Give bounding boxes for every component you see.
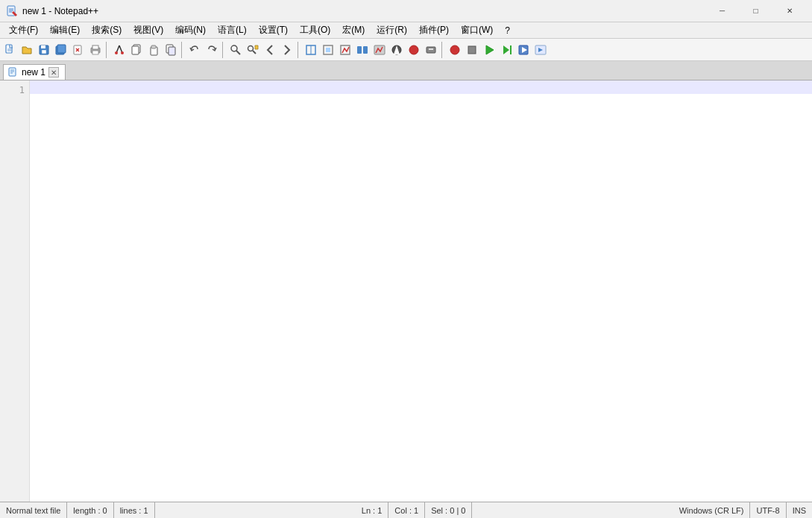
toolbar-btn-find[interactable] xyxy=(227,42,244,58)
svg-point-31 xyxy=(248,45,254,51)
toolbar-btn-tb1[interactable] xyxy=(303,42,319,58)
toolbar-btn-redo[interactable] xyxy=(204,42,220,58)
menu-item-P[interactable]: 插件(P) xyxy=(413,22,455,38)
toolbar-btn-new-doc[interactable] xyxy=(1,42,18,58)
toolbar-btn-open[interactable] xyxy=(19,42,35,58)
svg-rect-5 xyxy=(6,45,12,53)
svg-point-22 xyxy=(121,51,124,54)
toolbar-btn-tb6[interactable] xyxy=(388,42,405,58)
status-length: length : 0 xyxy=(67,502,113,518)
svg-point-21 xyxy=(115,51,118,54)
line-number-1: 1 xyxy=(0,83,25,97)
svg-rect-9 xyxy=(41,45,45,48)
minimize-button[interactable]: ─ xyxy=(705,0,739,22)
toolbar-btn-save-macro[interactable] xyxy=(515,42,532,58)
svg-marker-48 xyxy=(486,45,494,54)
svg-rect-38 xyxy=(357,46,362,54)
toolbar-btn-run[interactable] xyxy=(532,42,549,58)
status-file-type: Normal text file xyxy=(0,502,67,518)
svg-rect-10 xyxy=(42,50,46,54)
svg-rect-47 xyxy=(468,46,476,54)
title-bar: new 1 - Notepad++ ─ □ ✕ xyxy=(0,0,812,22)
menu-item-V[interactable]: 视图(V) xyxy=(128,22,169,38)
status-bar: Normal text file length : 0 lines : 1 Ln… xyxy=(0,502,812,518)
status-eol: Windows (CR LF) xyxy=(673,502,751,518)
status-ins: INS xyxy=(787,502,812,518)
close-button[interactable]: ✕ xyxy=(772,0,806,22)
svg-point-46 xyxy=(450,45,459,54)
window-controls: ─ □ ✕ xyxy=(705,0,806,22)
toolbar-btn-tb7[interactable] xyxy=(406,42,422,58)
tab-new1[interactable]: new 1 ✕ xyxy=(3,64,66,80)
toolbar-btn-tb5[interactable] xyxy=(371,42,388,58)
svg-rect-28 xyxy=(169,47,175,55)
menu-item-R[interactable]: 运行(R) xyxy=(371,22,413,38)
toolbar-btn-stop2[interactable] xyxy=(464,42,480,58)
svg-line-32 xyxy=(253,51,256,54)
toolbar-btn-play-loop[interactable] xyxy=(498,42,514,58)
svg-rect-50 xyxy=(510,45,512,54)
toolbar-btn-paste[interactable] xyxy=(145,42,162,58)
menu-item-O[interactable]: 工具(O) xyxy=(294,22,336,38)
toolbar-btn-find-files[interactable] xyxy=(245,42,261,58)
status-encoding: UTF-8 xyxy=(750,502,786,518)
toolbar-btn-tb3[interactable] xyxy=(337,42,353,58)
editor-textarea[interactable] xyxy=(30,80,812,502)
menu-item-S[interactable]: 搜索(S) xyxy=(86,22,128,38)
svg-rect-26 xyxy=(151,45,156,48)
menu-item-T[interactable]: 设置(T) xyxy=(253,22,294,38)
menu-item-[interactable]: ? xyxy=(499,24,516,37)
svg-rect-39 xyxy=(363,46,368,54)
toolbar-separator-28 xyxy=(441,42,444,58)
toolbar-separator-11 xyxy=(181,42,184,58)
svg-rect-24 xyxy=(132,46,139,54)
editor-container: 1 xyxy=(0,80,812,502)
svg-rect-44 xyxy=(427,47,435,53)
menu-bar: 文件(F)编辑(E)搜索(S)视图(V)编码(N)语言(L)设置(T)工具(O)… xyxy=(0,22,812,39)
status-col: Col : 1 xyxy=(388,502,425,518)
toolbar-btn-save[interactable] xyxy=(36,42,52,58)
svg-rect-18 xyxy=(92,51,98,54)
menu-item-F[interactable]: 文件(F) xyxy=(3,22,44,38)
toolbar-btn-cut[interactable] xyxy=(111,42,128,58)
menu-item-W[interactable]: 窗口(W) xyxy=(455,22,499,38)
toolbar-btn-tb2[interactable] xyxy=(320,42,336,58)
toolbar-btn-play[interactable] xyxy=(481,42,497,58)
toolbar-btn-prev-mark[interactable] xyxy=(262,42,278,58)
toolbar-separator-19 xyxy=(298,42,300,58)
menu-item-E[interactable]: 编辑(E) xyxy=(44,22,86,38)
line-numbers: 1 xyxy=(0,80,30,502)
toolbar-btn-copy[interactable] xyxy=(128,42,145,58)
svg-line-30 xyxy=(236,51,240,54)
window-title: new 1 - Notepad++ xyxy=(22,6,705,16)
svg-marker-49 xyxy=(503,45,509,54)
svg-rect-55 xyxy=(9,68,16,76)
menu-item-N[interactable]: 编码(N) xyxy=(169,22,212,38)
status-ln: Ln : 1 xyxy=(356,502,389,518)
toolbar-btn-rec-stop[interactable] xyxy=(447,42,463,58)
svg-point-43 xyxy=(409,45,418,54)
svg-rect-36 xyxy=(326,48,330,52)
svg-rect-12 xyxy=(57,45,66,53)
toolbar-btn-save-all[interactable] xyxy=(53,42,69,58)
status-sel: Sel : 0 | 0 xyxy=(425,502,472,518)
tab-bar: new 1 ✕ xyxy=(0,61,812,80)
toolbar xyxy=(0,39,812,61)
toolbar-btn-copy-clipboard[interactable] xyxy=(163,42,179,58)
toolbar-btn-undo[interactable] xyxy=(186,42,203,58)
svg-point-29 xyxy=(231,45,237,51)
toolbar-btn-tb8[interactable] xyxy=(423,42,439,58)
toolbar-btn-print[interactable] xyxy=(87,42,104,58)
toolbar-btn-close-doc[interactable] xyxy=(70,42,86,58)
toolbar-btn-next-mark[interactable] xyxy=(279,42,295,58)
svg-rect-17 xyxy=(92,45,98,49)
toolbar-separator-6 xyxy=(106,42,109,58)
app-icon xyxy=(6,5,18,17)
menu-item-M[interactable]: 宏(M) xyxy=(336,22,371,38)
status-lines: lines : 1 xyxy=(114,502,155,518)
tab-label: new 1 xyxy=(22,67,45,78)
maximize-button[interactable]: □ xyxy=(739,0,772,22)
menu-item-L[interactable]: 语言(L) xyxy=(212,22,253,38)
tab-close-button[interactable]: ✕ xyxy=(48,67,59,78)
toolbar-btn-tb4[interactable] xyxy=(354,42,371,58)
